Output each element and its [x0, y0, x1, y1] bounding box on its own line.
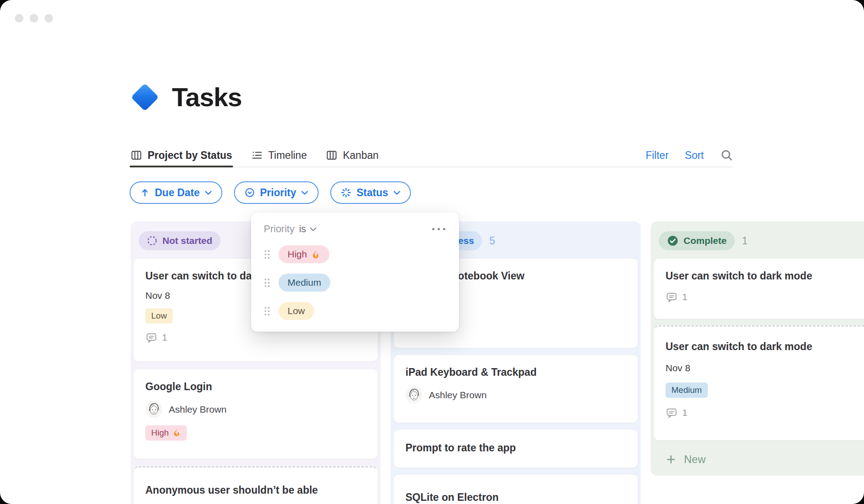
- card-assignee: Ashley Brown: [405, 387, 626, 404]
- avatar: [145, 401, 162, 418]
- dropdown-option-medium[interactable]: Medium: [264, 274, 446, 292]
- task-card[interactable]: SQLite on Electron: [393, 474, 638, 504]
- drag-handle-icon[interactable]: [264, 249, 270, 260]
- card-title: Anonymous user shouldn’t be able: [145, 484, 366, 497]
- status-pill-complete[interactable]: Complete: [659, 231, 735, 250]
- tab-kanban[interactable]: Kanban: [326, 144, 378, 166]
- arrow-up-icon: [140, 188, 150, 198]
- tab-label: Timeline: [268, 149, 307, 162]
- window-zoom-button[interactable]: [45, 14, 53, 22]
- dropdown-option-low[interactable]: Low: [264, 302, 446, 320]
- tab-timeline[interactable]: Timeline: [251, 144, 307, 166]
- window-close-button[interactable]: [15, 14, 23, 22]
- tab-label: Project by Status: [148, 149, 232, 162]
- dropdown-option-high[interactable]: High: [264, 245, 446, 263]
- dropdown-operator[interactable]: is: [299, 223, 306, 235]
- column-header: Complete 1: [653, 224, 864, 258]
- avatar: [405, 387, 423, 404]
- fire-icon: [172, 428, 181, 437]
- comment-count: 1: [145, 332, 366, 344]
- status-burst-icon: [341, 187, 351, 198]
- window-controls[interactable]: [15, 14, 53, 22]
- column-label: Complete: [684, 235, 727, 246]
- dropdown-field-label: Priority: [264, 223, 294, 235]
- filter-pill-label: Priority: [260, 187, 297, 199]
- column-count: 1: [742, 235, 748, 247]
- more-options-icon[interactable]: [431, 227, 446, 231]
- column-complete: Complete 1 User can switch to dark mode …: [651, 221, 864, 476]
- add-new-card-button[interactable]: New: [653, 447, 864, 472]
- drag-handle-icon[interactable]: [264, 278, 270, 288]
- filter-pill-due-date[interactable]: Due Date: [130, 181, 222, 204]
- comment-count: 1: [666, 407, 864, 419]
- check-circle-icon: [667, 235, 679, 247]
- task-card[interactable]: User can switch to dark mode 1: [653, 258, 864, 319]
- chevron-down-icon: [205, 190, 212, 195]
- priority-badge-low: Low: [145, 308, 173, 324]
- column-count: 5: [489, 235, 495, 247]
- board-view-icon: [130, 149, 142, 161]
- card-title: User can switch to dark mode: [666, 270, 864, 283]
- dashed-circle-icon: [147, 235, 158, 246]
- comment-count: 1: [666, 291, 864, 303]
- plus-icon: [665, 454, 677, 465]
- priority-badge-high: High: [145, 425, 187, 441]
- drag-handle-icon[interactable]: [264, 306, 270, 316]
- card-title: Prompt to rate the app: [405, 441, 626, 455]
- comment-bubble-icon: [666, 407, 678, 419]
- filter-link[interactable]: Filter: [646, 149, 669, 162]
- comment-bubble-icon: [145, 332, 158, 344]
- task-card[interactable]: Anonymous user shouldn’t be able: [133, 466, 378, 504]
- priority-icon: [244, 187, 255, 198]
- task-card[interactable]: Google Login Ashley Brown High: [133, 369, 378, 459]
- filter-pill-status[interactable]: Status: [330, 181, 410, 204]
- filter-pill-label: Due Date: [155, 187, 200, 199]
- card-title: User can switch to dark mode: [666, 340, 864, 354]
- chevron-down-icon: [301, 190, 308, 195]
- toolbar-links: Filter Sort: [646, 148, 734, 162]
- priority-option-medium[interactable]: Medium: [279, 274, 330, 292]
- card-title: SQLite on Electron: [405, 491, 626, 504]
- priority-option-high[interactable]: High: [279, 245, 329, 263]
- tab-project-by-status[interactable]: Project by Status: [130, 144, 232, 166]
- column-label: Not started: [162, 235, 212, 246]
- page-title: Tasks: [172, 82, 242, 112]
- priority-filter-dropdown: Priority is High Medium Low: [251, 212, 459, 332]
- priority-badge-medium: Medium: [666, 382, 708, 398]
- task-card[interactable]: User can switch to dark mode Nov 8 Mediu…: [653, 325, 864, 441]
- dropdown-header: Priority is: [264, 223, 446, 235]
- priority-option-low[interactable]: Low: [279, 302, 314, 320]
- card-title: iPad Keyboard & Trackpad: [405, 366, 626, 379]
- fire-icon: [311, 250, 320, 259]
- status-pill-not-started[interactable]: Not started: [139, 231, 220, 250]
- search-icon[interactable]: [720, 148, 734, 162]
- window-minimize-button[interactable]: [30, 14, 38, 22]
- tab-label: Kanban: [343, 149, 378, 162]
- card-title: Google Login: [145, 380, 366, 394]
- task-card[interactable]: iPad Keyboard & Trackpad Ashley Brown: [393, 355, 638, 423]
- filter-row: Due Date Priority Status: [130, 181, 411, 204]
- filter-pill-label: Status: [356, 187, 388, 199]
- page-header: Tasks: [131, 82, 242, 112]
- blue-diamond-icon: [131, 83, 159, 111]
- app-window: Tasks Project by Status Timeline Kanban …: [0, 0, 864, 504]
- sort-link[interactable]: Sort: [685, 149, 704, 162]
- chevron-down-icon[interactable]: [310, 227, 317, 232]
- chevron-down-icon: [393, 190, 400, 195]
- card-due-date: Nov 8: [666, 363, 864, 374]
- kanban-view-icon: [326, 149, 338, 161]
- view-tabbar: Project by Status Timeline Kanban Filter…: [130, 144, 734, 167]
- comment-bubble-icon: [666, 291, 678, 303]
- card-assignee: Ashley Brown: [145, 401, 366, 418]
- timeline-view-icon: [251, 149, 263, 161]
- filter-pill-priority[interactable]: Priority: [234, 181, 319, 204]
- task-card[interactable]: Prompt to rate the app: [393, 429, 638, 468]
